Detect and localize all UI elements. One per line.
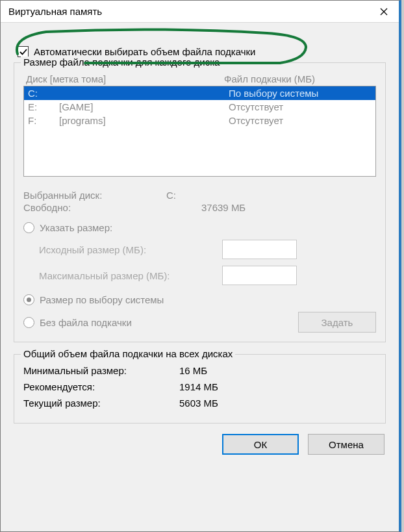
titlebar: Виртуальная память bbox=[1, 1, 399, 23]
totals-group-title: Общий объем файла подкачки на всех диска… bbox=[21, 348, 235, 359]
current-size-value: 5603 МБ bbox=[179, 398, 218, 409]
per-drive-group-title: Размер файла подкачки для каждого диска bbox=[21, 57, 222, 68]
dialog-footer: ОК Отмена bbox=[14, 434, 386, 455]
totals-group: Общий объем файла подкачки на всех диска… bbox=[14, 354, 386, 424]
custom-size-fields: Исходный размер (МБ): Максимальный разме… bbox=[39, 240, 376, 285]
free-space-value: 37639 МБ bbox=[201, 202, 246, 213]
close-icon bbox=[380, 8, 388, 16]
set-button: Задать bbox=[298, 312, 376, 333]
auto-manage-label: Автоматически выбирать объем файла подка… bbox=[34, 46, 255, 57]
min-size-label: Минимальный размер: bbox=[23, 365, 179, 376]
drive-header-col2: Файл подкачки (МБ) bbox=[224, 73, 373, 84]
checkmark-icon bbox=[19, 48, 27, 56]
drive-label: [GAME] bbox=[59, 101, 229, 112]
no-pagefile-label: Без файла подкачки bbox=[40, 317, 132, 328]
drive-row[interactable]: C: По выбору системы bbox=[24, 86, 375, 100]
current-size-label: Текущий размер: bbox=[23, 398, 179, 409]
auto-manage-checkbox[interactable] bbox=[18, 46, 29, 57]
drive-pagefile: Отсутствует bbox=[229, 101, 372, 112]
cancel-button-label: Отмена bbox=[329, 439, 364, 450]
drive-header-col1: Диск [метка тома] bbox=[26, 73, 224, 84]
initial-size-label: Исходный размер (МБ): bbox=[39, 244, 222, 255]
drive-letter: E: bbox=[28, 101, 59, 112]
custom-size-label: Указать размер: bbox=[40, 222, 112, 233]
no-pagefile-radio[interactable] bbox=[23, 317, 34, 328]
selected-drive-value: C: bbox=[166, 190, 176, 201]
system-managed-radio-row: Размер по выбору системы bbox=[23, 294, 376, 305]
custom-size-radio[interactable] bbox=[23, 222, 34, 233]
window-title: Виртуальная память bbox=[8, 6, 102, 17]
virtual-memory-dialog: Виртуальная память Автоматически выбират… bbox=[0, 0, 401, 532]
selected-drive-info: Выбранный диск: C: Свободно: 37639 МБ bbox=[23, 190, 376, 213]
drive-list-header: Диск [метка тома] Файл подкачки (МБ) bbox=[26, 73, 373, 84]
drive-pagefile: По выбору системы bbox=[229, 88, 372, 99]
dialog-content: Автоматически выбирать объем файла подка… bbox=[1, 23, 399, 464]
recommended-label: Рекомендуется: bbox=[23, 381, 179, 392]
ok-button-label: ОК bbox=[254, 439, 267, 450]
close-button[interactable] bbox=[369, 1, 399, 23]
drive-letter: C: bbox=[28, 88, 59, 99]
no-pagefile-row: Без файла подкачки Задать bbox=[23, 312, 376, 333]
drive-row[interactable]: F: [programs] Отсутствует bbox=[24, 114, 375, 127]
max-size-label: Максимальный размер (МБ): bbox=[39, 270, 222, 281]
initial-size-input[interactable] bbox=[222, 240, 297, 259]
ok-button[interactable]: ОК bbox=[222, 434, 299, 455]
free-space-label: Свободно: bbox=[23, 202, 166, 213]
drive-label: [programs] bbox=[59, 115, 229, 126]
drive-list[interactable]: C: По выбору системы E: [GAME] Отсутству… bbox=[23, 86, 376, 177]
custom-size-radio-row: Указать размер: bbox=[23, 222, 376, 233]
cancel-button[interactable]: Отмена bbox=[308, 434, 385, 455]
drive-row[interactable]: E: [GAME] Отсутствует bbox=[24, 100, 375, 114]
min-size-value: 16 МБ bbox=[179, 365, 207, 376]
system-managed-radio[interactable] bbox=[23, 294, 34, 305]
selected-drive-label: Выбранный диск: bbox=[23, 190, 166, 201]
recommended-value: 1914 МБ bbox=[179, 381, 218, 392]
drive-pagefile: Отсутствует bbox=[229, 115, 372, 126]
drive-label bbox=[59, 88, 229, 99]
auto-manage-row: Автоматически выбирать объем файла подка… bbox=[18, 46, 386, 57]
max-size-input[interactable] bbox=[222, 266, 297, 285]
per-drive-group: Размер файла подкачки для каждого диска … bbox=[14, 62, 386, 342]
drive-letter: F: bbox=[28, 115, 59, 126]
system-managed-label: Размер по выбору системы bbox=[40, 294, 164, 305]
set-button-label: Задать bbox=[322, 317, 353, 328]
